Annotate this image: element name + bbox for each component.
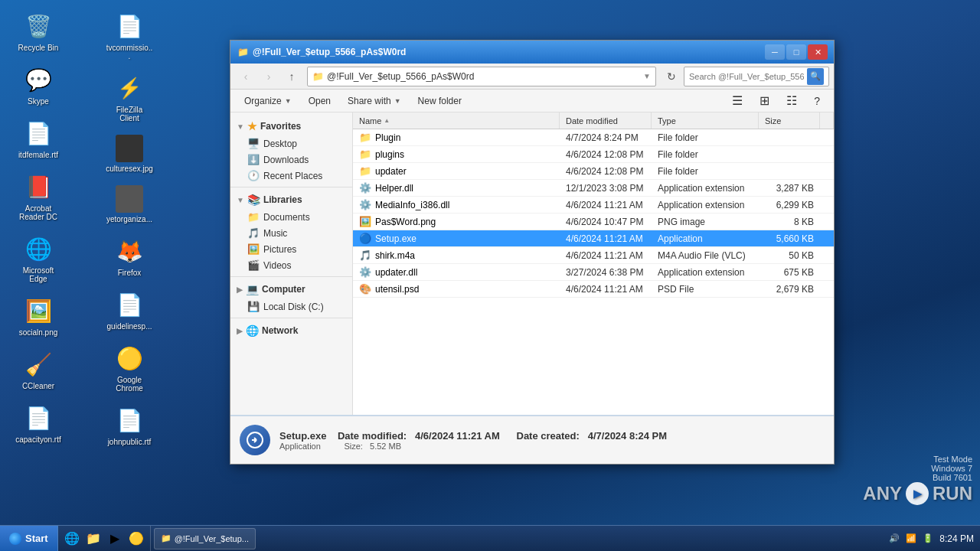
- open-menu[interactable]: Open: [301, 93, 338, 109]
- ql-chrome-icon[interactable]: 🟡: [127, 530, 145, 548]
- details-view-button[interactable]: ☷: [779, 90, 805, 111]
- share-with-menu[interactable]: Share with ▼: [340, 93, 409, 109]
- table-row[interactable]: 📁 Plugin 4/7/2024 8:24 PM File folder: [353, 129, 834, 146]
- maximize-button[interactable]: □: [786, 44, 806, 60]
- file-type-0: File folder: [652, 132, 759, 143]
- desktop-icon-itdfemale[interactable]: 📄 itdfemale.rtf: [11, 115, 65, 162]
- desktop-icon-johnpublic[interactable]: 📄 johnpublic.rtf: [103, 402, 156, 449]
- recycle-bin-icon: 🗑️: [23, 11, 54, 41]
- status-bar: Setup.exe Date modified: 4/6/2024 11:21 …: [230, 415, 834, 464]
- desktop-icon-skype[interactable]: 💬 Skype: [11, 61, 65, 109]
- ql-media-icon[interactable]: ▶: [106, 530, 124, 548]
- pictures-nav-label: Pictures: [263, 244, 296, 255]
- desktop-icon-acrobat[interactable]: 📕 Acrobat Reader DC: [11, 168, 65, 224]
- address-dropdown-arrow[interactable]: ▼: [643, 72, 651, 80]
- file-name-text-8: updater.dll: [375, 267, 417, 278]
- file-name-text-0: Plugin: [375, 132, 400, 143]
- file-name-cell-2: 📁 updater: [353, 165, 560, 177]
- file-date-6: 4/6/2024 11:21 AM: [560, 233, 652, 244]
- table-row[interactable]: ⚙️ updater.dll 3/27/2024 6:38 PM Applica…: [353, 264, 834, 281]
- nav-item-local-disk[interactable]: 💾 Local Disk (C:): [230, 298, 352, 315]
- nav-toolbar: ‹ › ↑ 📁 @!Full_Ver_$etup_5566_pAs$W0rd ▼…: [230, 64, 834, 90]
- libraries-section[interactable]: ▼ 📚 Libraries: [230, 191, 352, 209]
- forward-button[interactable]: ›: [258, 67, 279, 86]
- col-header-date[interactable]: Date modified: [560, 112, 652, 129]
- tray-battery-icon[interactable]: 🔋: [923, 533, 933, 543]
- desktop-icon-filezilla[interactable]: ⚡ FileZilla Client: [103, 70, 156, 126]
- ql-folder-icon[interactable]: 📁: [84, 530, 103, 548]
- col-header-name[interactable]: Name ▲: [353, 112, 560, 129]
- table-row[interactable]: ⚙️ MediaInfo_i386.dll 4/6/2024 11:21 AM …: [353, 197, 834, 214]
- desktop-icon-capacityon[interactable]: 📄 capacityon.rtf: [11, 399, 65, 447]
- nav-item-music[interactable]: 🎵 Music: [230, 225, 352, 241]
- desktop-icon-chrome[interactable]: 🟡 Google Chrome: [103, 340, 156, 396]
- file-name-cell-5: 🖼️ Pas$Word.png: [353, 216, 560, 227]
- ql-ie-icon[interactable]: 🌐: [63, 530, 81, 548]
- table-row[interactable]: 🎵 shirk.m4a 4/6/2024 11:21 AM M4A Audio …: [353, 247, 834, 264]
- status-file-icon: [240, 425, 270, 455]
- anyrun-watermark: ANY ▶ RUN: [863, 482, 972, 505]
- address-bar[interactable]: 📁 @!Full_Ver_$etup_5566_pAs$W0rd ▼: [307, 67, 656, 86]
- view-toggle-button[interactable]: ⊞: [752, 90, 777, 111]
- network-section[interactable]: ▶ 🌐 Network: [230, 321, 352, 340]
- start-button[interactable]: Start: [0, 526, 58, 552]
- nav-item-desktop[interactable]: 🖥️ Desktop: [230, 135, 352, 152]
- desktop-icon-yetorganiza[interactable]: yetorganiza...: [103, 182, 156, 227]
- table-row[interactable]: 📁 plugins 4/6/2024 12:08 PM File folder: [353, 146, 834, 163]
- col-name-sort-icon: ▲: [384, 117, 390, 124]
- search-bar[interactable]: 🔍: [684, 67, 829, 86]
- taskbar-explorer-app[interactable]: 📁 @!Full_Ver_$etup...: [154, 528, 256, 549]
- favorites-section[interactable]: ▼ ★ Favorites: [230, 117, 352, 135]
- new-folder-menu[interactable]: New folder: [410, 93, 469, 109]
- desktop-icon-socialn[interactable]: 🖼️ socialn.png: [11, 292, 65, 340]
- desktop-icon-edge[interactable]: 🌐 Microsoft Edge: [11, 230, 65, 286]
- file-name-text-6: Setup.exe: [375, 233, 416, 244]
- desktop-icon-guidelinesp[interactable]: 📄 guidelinesp...: [103, 286, 156, 334]
- desktop-icon-recycle-bin[interactable]: 🗑️ Recycle Bin: [11, 8, 65, 55]
- back-button[interactable]: ‹: [235, 67, 256, 86]
- close-button[interactable]: ✕: [808, 44, 828, 60]
- window-icon: 📁: [237, 46, 249, 58]
- up-button[interactable]: ↑: [281, 67, 302, 86]
- start-orb-icon: [9, 533, 21, 545]
- favorites-label: Favorites: [260, 121, 301, 132]
- file-type-5: PNG image: [652, 217, 759, 227]
- file-name-cell-0: 📁 Plugin: [353, 132, 560, 143]
- organize-menu[interactable]: Organize ▼: [237, 93, 299, 109]
- view-options-button[interactable]: ☰: [724, 90, 750, 111]
- file-type-8: Application extension: [652, 267, 759, 278]
- nav-item-documents[interactable]: 📁 Documents: [230, 209, 352, 225]
- search-button[interactable]: 🔍: [807, 68, 824, 85]
- nav-item-downloads[interactable]: ⬇️ Downloads: [230, 152, 352, 168]
- table-row[interactable]: 🔵 Setup.exe 4/6/2024 11:21 AM Applicatio…: [353, 230, 834, 247]
- chrome-icon: 🟡: [114, 343, 145, 373]
- table-row[interactable]: 🖼️ Pas$Word.png 4/6/2024 10:47 PM PNG im…: [353, 214, 834, 230]
- desktop-icon-tvcommission[interactable]: 📄 tvcommissio...: [103, 8, 156, 64]
- refresh-button[interactable]: ↻: [661, 67, 682, 86]
- tray-network-icon[interactable]: 📶: [906, 533, 916, 543]
- table-row[interactable]: 📁 updater 4/6/2024 12:08 PM File folder: [353, 163, 834, 180]
- file-name-text-2: updater: [375, 166, 407, 177]
- favorites-star-icon: ★: [247, 120, 257, 132]
- desktop-icon-firefox[interactable]: 🦊 Firefox: [103, 233, 156, 280]
- col-header-type[interactable]: Type: [652, 112, 759, 129]
- search-input[interactable]: [689, 72, 804, 81]
- music-nav-label: Music: [263, 228, 287, 239]
- nav-item-pictures[interactable]: 🖼️ Pictures: [230, 241, 352, 257]
- file-size-5: 8 KB: [759, 217, 820, 227]
- local-disk-nav-icon: 💾: [247, 301, 260, 312]
- desktop-icon-ccleaner[interactable]: 🧹 CCleaner: [11, 346, 65, 393]
- tray-volume-icon[interactable]: 🔊: [889, 533, 900, 543]
- nav-item-recent-places[interactable]: 🕐 Recent Places: [230, 168, 352, 184]
- table-row[interactable]: ⚙️ Helper.dll 12/1/2023 3:08 PM Applicat…: [353, 180, 834, 197]
- col-header-size[interactable]: Size: [759, 112, 820, 129]
- file-type-7: M4A Audio File (VLC): [652, 250, 759, 261]
- minimize-button[interactable]: ─: [765, 44, 785, 60]
- table-row[interactable]: 🎨 utensil.psd 4/6/2024 11:21 AM PSD File…: [353, 281, 834, 298]
- file-date-0: 4/7/2024 8:24 PM: [560, 132, 652, 143]
- desktop-icon-culturesex[interactable]: culturesex.jpg: [103, 132, 156, 176]
- filezilla-icon: ⚡: [114, 73, 145, 103]
- nav-item-videos[interactable]: 🎬 Videos: [230, 257, 352, 273]
- help-button[interactable]: ?: [806, 92, 828, 110]
- computer-section[interactable]: ▶ 💻 Computer: [230, 280, 352, 298]
